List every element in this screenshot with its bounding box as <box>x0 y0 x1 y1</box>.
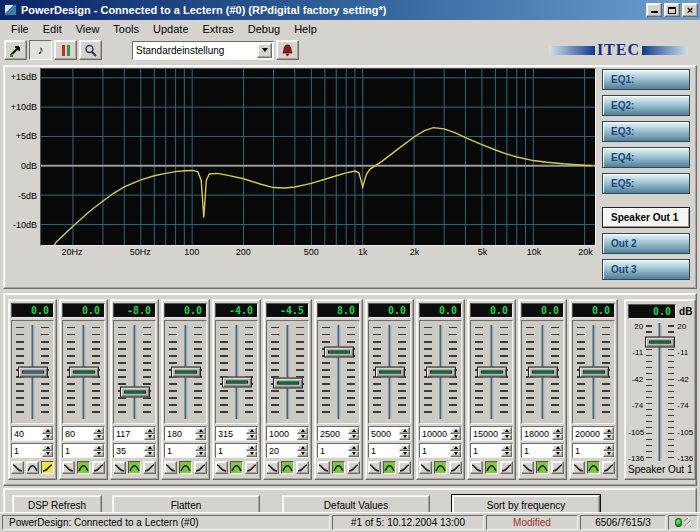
menu-tools[interactable]: Tools <box>106 22 146 36</box>
frequency-down-button[interactable] <box>603 434 614 441</box>
frequency-spinner[interactable]: 40 <box>11 426 54 441</box>
frequency-down-button[interactable] <box>144 434 155 441</box>
gain-slider[interactable] <box>113 320 156 424</box>
gain-slider[interactable] <box>317 320 360 424</box>
q-spinner[interactable]: 1 <box>470 443 513 458</box>
q-spinner[interactable]: 1 <box>317 443 360 458</box>
lowpass-filter-button[interactable] <box>368 461 381 474</box>
highpass-filter-button[interactable] <box>602 461 615 474</box>
q-down-button[interactable] <box>348 451 359 458</box>
lowpass-filter-button[interactable] <box>317 461 330 474</box>
frequency-spinner[interactable]: 117 <box>113 426 156 441</box>
lowpass-filter-button[interactable] <box>470 461 483 474</box>
highpass-filter-button[interactable] <box>551 461 564 474</box>
bell-filter-button[interactable] <box>434 461 447 474</box>
q-spinner[interactable]: 1 <box>164 443 207 458</box>
frequency-down-button[interactable] <box>501 434 512 441</box>
preset-dropdown-button[interactable] <box>257 43 272 58</box>
lowpass-filter-button[interactable] <box>419 461 432 474</box>
menu-file[interactable]: File <box>4 22 36 36</box>
frequency-spinner[interactable]: 10000 <box>419 426 462 441</box>
gain-slider[interactable] <box>470 320 513 424</box>
bell-filter-button[interactable] <box>281 461 294 474</box>
output-select-button-2[interactable]: Out 2 <box>602 233 690 254</box>
frequency-down-button[interactable] <box>552 434 563 441</box>
slider-handle[interactable] <box>69 367 99 378</box>
gain-slider[interactable] <box>572 320 615 424</box>
q-spinner[interactable]: 1 <box>215 443 258 458</box>
frequency-down-button[interactable] <box>348 434 359 441</box>
frequency-spinner[interactable]: 18000 <box>521 426 564 441</box>
q-down-button[interactable] <box>246 451 257 458</box>
q-down-button[interactable] <box>603 451 614 458</box>
eq-band-button-1[interactable]: EQ1: <box>602 69 690 90</box>
bell-filter-button[interactable] <box>77 461 90 474</box>
frequency-down-button[interactable] <box>450 434 461 441</box>
frequency-spinner[interactable]: 2500 <box>317 426 360 441</box>
tone-tool-button[interactable]: ♪ <box>29 40 52 60</box>
frequency-spinner[interactable]: 80 <box>62 426 105 441</box>
q-spinner[interactable]: 1 <box>11 443 54 458</box>
slider-handle[interactable] <box>120 386 150 397</box>
menu-debug[interactable]: Debug <box>241 22 287 36</box>
frequency-down-button[interactable] <box>195 434 206 441</box>
frequency-spinner[interactable]: 15000 <box>470 426 513 441</box>
menu-view[interactable]: View <box>69 22 107 36</box>
gain-slider[interactable] <box>521 320 564 424</box>
master-handle[interactable] <box>645 337 675 348</box>
q-spinner[interactable]: 1 <box>521 443 564 458</box>
q-down-button[interactable] <box>501 451 512 458</box>
menu-extras[interactable]: Extras <box>196 22 241 36</box>
alarm-button[interactable] <box>276 40 299 60</box>
lowpass-filter-button[interactable] <box>215 461 228 474</box>
frequency-spinner[interactable]: 5000 <box>368 426 411 441</box>
output-select-button-3[interactable]: Out 3 <box>602 259 690 280</box>
bell-filter-button[interactable] <box>383 461 396 474</box>
bell-filter-button[interactable] <box>536 461 549 474</box>
menu-help[interactable]: Help <box>287 22 324 36</box>
q-down-button[interactable] <box>450 451 461 458</box>
minimize-button[interactable] <box>646 3 662 17</box>
bell-filter-button[interactable] <box>128 461 141 474</box>
highpass-filter-button[interactable] <box>194 461 207 474</box>
gain-slider[interactable] <box>419 320 462 424</box>
maximize-button[interactable] <box>664 3 680 17</box>
highpass-filter-button[interactable] <box>245 461 258 474</box>
q-spinner[interactable]: 1 <box>572 443 615 458</box>
lowpass-filter-button[interactable] <box>266 461 279 474</box>
gain-slider[interactable] <box>11 320 54 424</box>
close-button[interactable]: × <box>682 3 698 17</box>
highpass-filter-button[interactable] <box>449 461 462 474</box>
bell-filter-button[interactable] <box>26 461 39 474</box>
frequency-down-button[interactable] <box>246 434 257 441</box>
q-down-button[interactable] <box>42 451 53 458</box>
output-select-button-1[interactable]: Speaker Out 1 <box>602 207 690 228</box>
gain-slider[interactable] <box>164 320 207 424</box>
resize-grip[interactable] <box>684 518 691 527</box>
q-down-button[interactable] <box>93 451 104 458</box>
slider-handle[interactable] <box>426 367 456 378</box>
frequency-down-button[interactable] <box>297 434 308 441</box>
slider-handle[interactable] <box>18 367 48 378</box>
menu-update[interactable]: Update <box>146 22 195 36</box>
highpass-filter-button[interactable] <box>143 461 156 474</box>
lowpass-filter-button[interactable] <box>521 461 534 474</box>
slider-handle[interactable] <box>222 376 252 387</box>
highpass-filter-button[interactable] <box>398 461 411 474</box>
highpass-filter-button[interactable] <box>41 461 54 474</box>
frequency-down-button[interactable] <box>42 434 53 441</box>
highpass-filter-button[interactable] <box>92 461 105 474</box>
frequency-down-button[interactable] <box>93 434 104 441</box>
q-down-button[interactable] <box>144 451 155 458</box>
gain-slider[interactable] <box>368 320 411 424</box>
slider-handle[interactable] <box>579 367 609 378</box>
frequency-down-button[interactable] <box>399 434 410 441</box>
q-spinner[interactable]: 1 <box>368 443 411 458</box>
slider-handle[interactable] <box>375 367 405 378</box>
slider-handle[interactable] <box>273 378 303 389</box>
frequency-spinner[interactable]: 180 <box>164 426 207 441</box>
eq-band-button-5[interactable]: EQ5: <box>602 173 690 194</box>
frequency-spinner[interactable]: 1000 <box>266 426 309 441</box>
frequency-spinner[interactable]: 20000 <box>572 426 615 441</box>
lowpass-filter-button[interactable] <box>11 461 24 474</box>
